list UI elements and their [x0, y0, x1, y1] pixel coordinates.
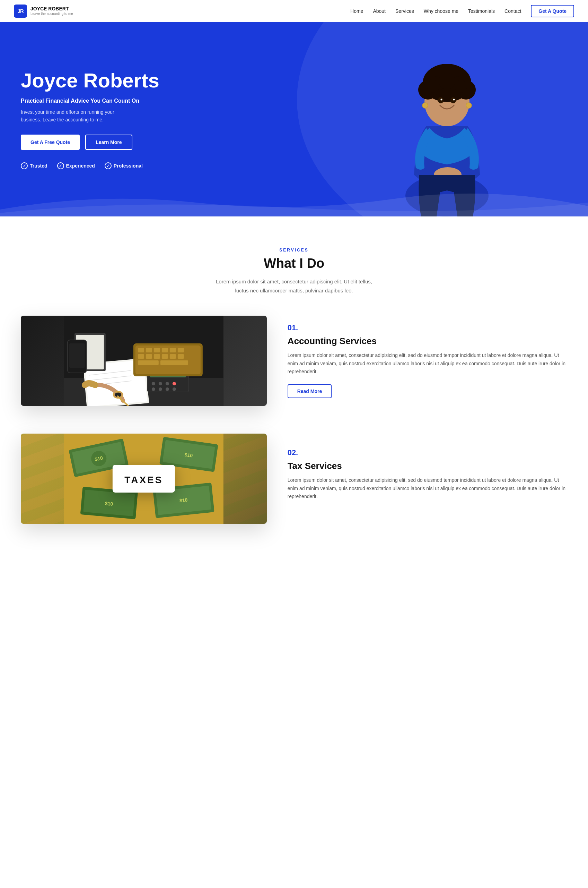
- tax-service-text: Lorem ipsum dolor sit amet, consectetur …: [288, 476, 567, 501]
- professional-label: Professional: [114, 163, 143, 169]
- svg-point-11: [438, 97, 444, 103]
- svg-rect-57: [69, 343, 85, 368]
- badge-experienced: ✓ Experienced: [57, 163, 95, 169]
- professional-check-icon: ✓: [105, 163, 112, 169]
- nav-link-home[interactable]: Home: [350, 8, 363, 14]
- brand-tagline: Leave the accounting to me: [30, 12, 73, 16]
- svg-point-31: [172, 382, 176, 385]
- hero-content: Joyce Roberts Practical Financial Advice…: [0, 22, 323, 217]
- svg-rect-43: [178, 348, 184, 352]
- nav-link-testimonials[interactable]: Testimonials: [468, 8, 495, 14]
- logo: JR JOYCE ROBERT Leave the accounting to …: [14, 5, 73, 18]
- tax-service-name: Tax Services: [288, 461, 567, 471]
- svg-rect-51: [160, 360, 188, 365]
- svg-text:$10: $10: [105, 501, 113, 507]
- service-row-tax: 02. Tax Services Lorem ipsum dolor sit a…: [21, 433, 567, 524]
- svg-rect-45: [146, 354, 152, 359]
- tax-service-image: $10 $10 $10 $10 TAXES: [21, 433, 267, 524]
- accounting-read-more-button[interactable]: Read More: [288, 384, 332, 398]
- svg-point-15: [422, 103, 428, 108]
- svg-rect-50: [138, 360, 159, 365]
- svg-rect-48: [170, 354, 176, 359]
- svg-point-34: [166, 387, 169, 391]
- experienced-label: Experienced: [66, 163, 95, 169]
- brand-name: JOYCE ROBERT: [30, 6, 73, 11]
- accounting-service-image: 1234: [21, 316, 267, 406]
- nav-get-quote-button[interactable]: Get A Quote: [531, 5, 574, 17]
- svg-rect-41: [162, 348, 168, 352]
- svg-point-16: [466, 103, 472, 108]
- svg-rect-39: [146, 348, 152, 352]
- accounting-service-name: Accounting Services: [288, 336, 567, 346]
- svg-text:$10: $10: [179, 497, 188, 503]
- hero-subtitle: Practical Financial Advice You Can Count…: [21, 98, 303, 104]
- accounting-desk-scene: 1234: [21, 316, 267, 406]
- svg-text:TAXES: TAXES: [124, 474, 163, 485]
- services-title: What I Do: [21, 256, 567, 271]
- accounting-image-placeholder: 1234: [21, 316, 267, 406]
- taxes-image-placeholder: $10 $10 $10 $10 TAXES: [21, 433, 267, 524]
- svg-point-14: [453, 99, 454, 101]
- nav-link-contact[interactable]: Contact: [504, 8, 521, 14]
- logo-text: JOYCE ROBERT Leave the accounting to me: [30, 6, 73, 15]
- accounting-service-text: Lorem ipsum dolor sit amet, consectetur …: [288, 351, 567, 376]
- learn-more-button[interactable]: Learn More: [85, 135, 132, 150]
- svg-point-9: [427, 80, 440, 93]
- svg-rect-46: [154, 354, 160, 359]
- accounting-service-number: 01.: [288, 323, 567, 332]
- svg-text:$10: $10: [184, 452, 194, 458]
- svg-rect-42: [170, 348, 176, 352]
- hero-person-illustration: [381, 29, 513, 217]
- services-description: Lorem ipsum dolor sit amet, consectetur …: [211, 277, 377, 295]
- experienced-check-icon: ✓: [57, 163, 64, 169]
- hero-name: Joyce Roberts: [21, 69, 303, 92]
- services-label: SERVICES: [21, 248, 567, 253]
- svg-point-12: [450, 97, 456, 103]
- nav-link-why[interactable]: Why choose me: [424, 8, 458, 14]
- taxes-scene: $10 $10 $10 $10 TAXES: [21, 433, 267, 524]
- badge-trusted: ✓ Trusted: [21, 163, 48, 169]
- hero-buttons: Get A Free Quote Learn More: [21, 135, 303, 150]
- svg-point-13: [440, 99, 442, 101]
- logo-icon: JR: [14, 5, 27, 18]
- svg-rect-47: [162, 354, 168, 359]
- hero-description: Invest your time and efforts on running …: [21, 108, 132, 124]
- hero-image-area: [306, 22, 588, 217]
- svg-point-29: [159, 382, 162, 385]
- tax-service-number: 02.: [288, 448, 567, 457]
- svg-point-10: [454, 80, 467, 93]
- svg-rect-44: [138, 354, 144, 359]
- trusted-label: Trusted: [30, 163, 48, 169]
- svg-rect-40: [154, 348, 160, 352]
- svg-rect-38: [138, 348, 144, 352]
- svg-point-32: [152, 387, 155, 391]
- tax-service-content: 02. Tax Services Lorem ipsum dolor sit a…: [288, 448, 567, 509]
- accounting-service-content: 01. Accounting Services Lorem ipsum dolo…: [288, 323, 567, 398]
- nav-link-about[interactable]: About: [373, 8, 386, 14]
- svg-point-8: [439, 73, 455, 89]
- svg-point-28: [152, 382, 155, 385]
- logo-initials: JR: [17, 8, 23, 14]
- svg-point-30: [166, 382, 169, 385]
- service-row-accounting: 1234: [21, 316, 567, 406]
- hero-badges: ✓ Trusted ✓ Experienced ✓ Professional: [21, 163, 303, 169]
- svg-point-33: [159, 387, 162, 391]
- nav-links: Home About Services Why choose me Testim…: [350, 5, 574, 17]
- svg-point-35: [172, 387, 176, 391]
- nav-link-services[interactable]: Services: [395, 8, 414, 14]
- services-section: SERVICES What I Do Lorem ipsum dolor sit…: [0, 217, 588, 572]
- trusted-check-icon: ✓: [21, 163, 28, 169]
- navbar: JR JOYCE ROBERT Leave the accounting to …: [0, 0, 588, 22]
- badge-professional: ✓ Professional: [105, 163, 143, 169]
- get-free-quote-button[interactable]: Get A Free Quote: [21, 135, 80, 150]
- hero-section: Joyce Roberts Practical Financial Advice…: [0, 22, 588, 217]
- svg-rect-49: [178, 354, 184, 359]
